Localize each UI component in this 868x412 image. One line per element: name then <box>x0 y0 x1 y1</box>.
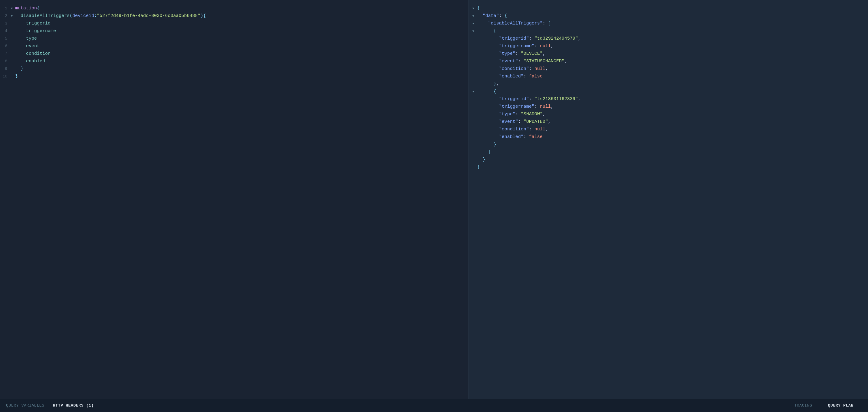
rp-content-22: } <box>477 164 868 170</box>
collapse-arrow-2[interactable]: ▼ <box>11 13 15 20</box>
rp-line-15: "type": "SHADOW", <box>469 111 868 118</box>
code-line-4: 4 triggername <box>0 28 468 35</box>
code-line-9: 9 } <box>0 65 468 73</box>
line-num-5: 5 <box>0 35 11 42</box>
rp-arrow-18 <box>472 134 477 141</box>
rp-line-3: ▼ "disableAllTriggers": [ <box>469 20 868 28</box>
line-num-10: 10 <box>0 73 11 80</box>
line-num-7: 7 <box>0 51 11 57</box>
code-line-2: 2 ▼ disableAllTriggers(deviceid:"527f2d4… <box>0 12 468 20</box>
rp-line-2: ▼ "data": { <box>469 12 868 20</box>
line-num-6: 6 <box>0 43 11 50</box>
rp-arrow-15 <box>472 111 477 118</box>
line-num-4: 4 <box>0 28 11 34</box>
rp-line-8: "event": "STATUSCHANGED", <box>469 58 868 65</box>
tab-query-variables[interactable]: QUERY VARIABLES <box>6 403 44 408</box>
rp-line-1: ▼ { <box>469 5 868 12</box>
rp-content-10: "enabled": false <box>477 73 868 80</box>
rp-line-4: ▼ { <box>469 28 868 35</box>
tab-http-headers[interactable]: HTTP HEADERS (1) <box>53 403 94 408</box>
collapse-arrow-5 <box>11 36 15 42</box>
rp-arrow-17 <box>472 126 477 133</box>
main-container: 1 ▼ mutation{ 2 ▼ disableAllTriggers(dev… <box>0 0 868 399</box>
rp-content-20: ] <box>477 149 868 156</box>
code-content-2: disableAllTriggers(deviceid:"527f2d49-b1… <box>15 13 468 19</box>
code-line-3: 3 triggerid <box>0 20 468 28</box>
tab-tracing[interactable]: TRACING <box>794 403 812 408</box>
line-num-9: 9 <box>0 66 11 72</box>
rp-arrow-20 <box>472 149 477 156</box>
code-line-7: 7 condition <box>0 50 468 58</box>
collapse-arrow-4 <box>11 28 15 35</box>
line-num-3: 3 <box>0 20 11 27</box>
bottom-bar: QUERY VARIABLES HTTP HEADERS (1) TRACING… <box>0 399 868 412</box>
rp-content-17: "condition": null, <box>477 126 868 133</box>
rp-content-14: "triggername": null, <box>477 103 868 110</box>
rp-line-22: } <box>469 164 868 171</box>
rp-content-16: "event": "UPDATED", <box>477 119 868 125</box>
rp-content-7: "type": "DEVICE", <box>477 51 868 57</box>
rp-line-10: "enabled": false <box>469 73 868 81</box>
rp-line-16: "event": "UPDATED", <box>469 118 868 126</box>
rp-content-2: "data": { <box>477 13 868 19</box>
rp-arrow-4[interactable]: ▼ <box>472 28 477 35</box>
run-button[interactable] <box>468 4 469 22</box>
rp-content-3: "disableAllTriggers": [ <box>477 20 868 27</box>
rp-content-11: }, <box>477 81 868 88</box>
rp-arrow-13 <box>472 96 477 103</box>
code-content-9: } <box>15 66 468 72</box>
rp-arrow-3[interactable]: ▼ <box>472 21 477 27</box>
rp-arrow-8 <box>472 58 477 65</box>
rp-arrow-21 <box>472 157 477 163</box>
code-line-1: 1 ▼ mutation{ <box>0 5 468 12</box>
rp-line-6: "triggername": null, <box>469 43 868 50</box>
line-num-8: 8 <box>0 58 11 65</box>
code-content-4: triggername <box>15 28 468 34</box>
rp-content-6: "triggername": null, <box>477 43 868 50</box>
code-line-8: 8 enabled <box>0 58 468 65</box>
code-line-5: 5 type <box>0 35 468 43</box>
rp-line-12: ▼ { <box>469 88 868 96</box>
rp-arrow-2[interactable]: ▼ <box>472 13 477 20</box>
rp-line-14: "triggername": null, <box>469 103 868 111</box>
rp-line-7: "type": "DEVICE", <box>469 50 868 58</box>
rp-arrow-7 <box>472 51 477 58</box>
rp-content-9: "condition": null, <box>477 66 868 72</box>
rp-line-18: "enabled": false <box>469 133 868 141</box>
rp-arrow-14 <box>472 104 477 110</box>
code-line-6: 6 event <box>0 43 468 50</box>
tab-query-plan[interactable]: QUERY PLAN <box>828 403 854 408</box>
line-num-2: 2 <box>0 13 11 19</box>
rp-content-13: "triggerid": "ts213631162339", <box>477 96 868 102</box>
code-content-1: mutation{ <box>15 5 468 12</box>
collapse-arrow-7 <box>11 51 15 58</box>
collapse-arrow-1[interactable]: ▼ <box>11 5 15 12</box>
code-content-5: type <box>15 35 468 42</box>
rp-arrow-10 <box>472 73 477 80</box>
code-content-8: enabled <box>15 58 468 65</box>
rp-line-13: "triggerid": "ts213631162339", <box>469 96 868 103</box>
collapse-arrow-8 <box>11 58 15 65</box>
rp-content-4: { <box>477 28 868 34</box>
code-content-10: } <box>15 73 468 80</box>
rp-content-8: "event": "STATUSCHANGED", <box>477 58 868 65</box>
rp-arrow-9 <box>472 66 477 73</box>
rp-arrow-12[interactable]: ▼ <box>472 89 477 95</box>
rp-line-20: ] <box>469 149 868 156</box>
code-content-3: triggerid <box>15 20 468 27</box>
rp-content-15: "type": "SHADOW", <box>477 111 868 118</box>
rp-line-11: }, <box>469 81 868 88</box>
rp-content-19: } <box>477 141 868 148</box>
code-content-6: event <box>15 43 468 50</box>
collapse-arrow-6 <box>11 43 15 50</box>
query-editor-panel: 1 ▼ mutation{ 2 ▼ disableAllTriggers(dev… <box>0 0 469 399</box>
rp-content-21: } <box>477 156 868 163</box>
rp-content-18: "enabled": false <box>477 134 868 140</box>
rp-content-12: { <box>477 88 868 95</box>
rp-arrow-19 <box>472 141 477 148</box>
rp-content-1: { <box>477 5 868 12</box>
rp-arrow-22 <box>472 164 477 171</box>
rp-line-5: "triggerid": "td329242494579", <box>469 35 868 43</box>
bottom-right-tabs: TRACING QUERY PLAN <box>794 403 862 408</box>
rp-arrow-1[interactable]: ▼ <box>472 5 477 12</box>
